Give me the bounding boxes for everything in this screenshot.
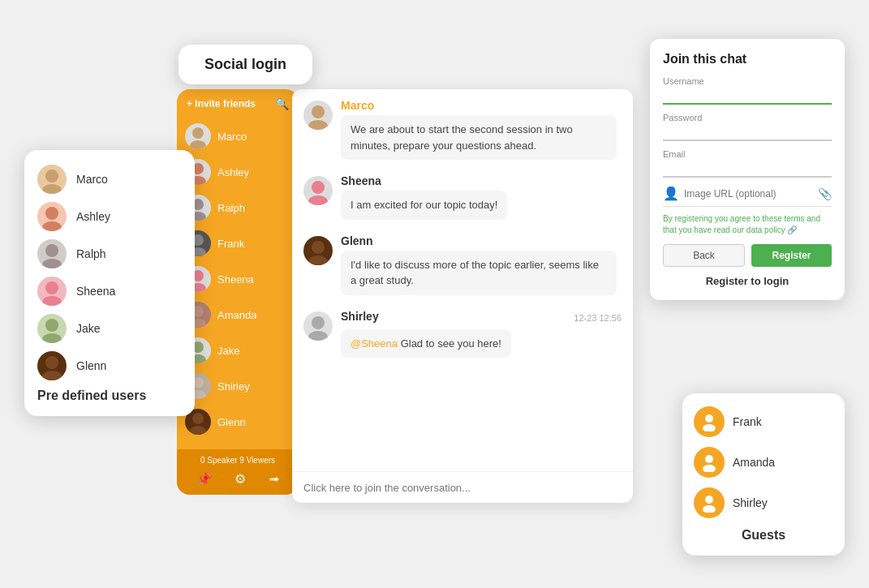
person-icon: 👤: [663, 186, 679, 201]
svg-point-8: [45, 319, 58, 332]
invite-friends-label[interactable]: + Invite friends: [187, 98, 256, 109]
sidebar-item-jake[interactable]: Jake: [177, 333, 299, 368]
settings-icon[interactable]: ⚙: [233, 470, 247, 488]
list-item[interactable]: Marco: [37, 165, 182, 194]
list-item[interactable]: Ashley: [37, 202, 182, 231]
avatar: [303, 101, 333, 130]
chat-input-area[interactable]: [292, 471, 633, 503]
chat-msg-text: I'd like to discuss more of the topic ea…: [341, 251, 617, 295]
chat-msg-text: @Sheena Glad to see you here!: [341, 329, 511, 358]
svg-point-29: [190, 426, 206, 435]
chat-message-header: Marco We are about to start the second s…: [303, 99, 622, 160]
list-item[interactable]: Sheena: [37, 277, 182, 306]
list-item[interactable]: Jake: [37, 314, 182, 343]
sidebar-item-sheena[interactable]: Sheena: [177, 261, 299, 297]
sidebar-item-ashley[interactable]: Ashley: [177, 154, 299, 190]
svg-point-28: [192, 413, 204, 424]
avatar: [303, 176, 333, 205]
avatar: [694, 406, 725, 437]
svg-point-40: [705, 455, 713, 463]
user-name: Marco: [76, 173, 108, 186]
social-login-label: Social login: [204, 56, 286, 72]
chat-message-shirley: Shirley 12-23 12:56 @Sheena Glad to see …: [303, 310, 622, 358]
guest-row-amanda[interactable]: Amanda: [694, 447, 833, 478]
avatar: [37, 239, 67, 268]
user-name-ralph: Ralph: [76, 247, 106, 260]
svg-point-3: [42, 221, 62, 231]
svg-point-42: [705, 496, 713, 504]
sidebar-user-name-ralph: Ralph: [217, 202, 245, 214]
register-link[interactable]: Register to login: [663, 275, 832, 287]
avatar: [37, 314, 67, 343]
sidebar: + Invite friends 🔍 Marco Ashley Ralph: [177, 89, 299, 495]
svg-point-39: [703, 424, 716, 431]
guests-title: Guests: [694, 528, 833, 543]
svg-point-13: [190, 140, 206, 149]
svg-point-4: [45, 244, 58, 257]
chat-message-glenn: Glenn I'd like to discuss more of the to…: [303, 234, 622, 295]
avatar: [37, 351, 67, 380]
password-label: Password: [663, 113, 832, 122]
svg-point-7: [42, 296, 62, 306]
search-icon[interactable]: 🔍: [275, 97, 289, 110]
chat-message-header: Glenn I'd like to discuss more of the to…: [303, 234, 622, 295]
chat-input[interactable]: [303, 482, 622, 494]
pin-icon[interactable]: 📌: [195, 470, 214, 488]
sidebar-user-name: Frank: [217, 238, 244, 250]
guest-row-frank[interactable]: Frank: [694, 406, 833, 437]
username-label: Username: [663, 76, 832, 86]
guest-row-shirley[interactable]: Shirley: [694, 487, 833, 518]
avatar: [37, 165, 67, 194]
svg-point-12: [192, 127, 204, 139]
register-button[interactable]: Register: [751, 244, 832, 267]
chat-msg-content: Shirley 12-23 12:56 @Sheena Glad to see …: [341, 310, 622, 358]
sidebar-user-name: Jake: [217, 345, 239, 357]
svg-point-10: [45, 356, 58, 369]
back-button[interactable]: Back: [663, 244, 745, 267]
sidebar-header: + Invite friends 🔍: [177, 89, 299, 118]
sidebar-item-glenn[interactable]: Glenn: [177, 404, 299, 440]
chat-msg-time: 12-23 12:56: [574, 313, 622, 323]
chat-msg-content: Glenn I'd like to discuss more of the to…: [341, 234, 617, 295]
user-name: Jake: [76, 322, 101, 335]
paperclip-icon: 📎: [818, 187, 832, 200]
username-input[interactable]: [663, 88, 832, 105]
sidebar-item-amanda[interactable]: Amanda: [177, 297, 299, 333]
guest-name: Shirley: [733, 496, 768, 509]
predefined-users-title: Pre defined users: [37, 388, 182, 403]
image-url-input[interactable]: [684, 188, 813, 200]
list-item[interactable]: Ralph: [37, 239, 182, 268]
svg-point-1: [42, 184, 62, 194]
sidebar-user-name: Ashley: [217, 166, 249, 178]
logout-icon[interactable]: ➟: [267, 470, 281, 488]
sidebar-user-name: Shirley: [217, 380, 250, 393]
join-chat-card: Join this chat Username Password Email 👤…: [650, 39, 845, 300]
chat-message-marco: Marco We are about to start the second s…: [303, 99, 622, 160]
avatar: [37, 202, 67, 231]
svg-point-34: [312, 241, 325, 254]
sidebar-item-ralph[interactable]: Ralph: [177, 190, 299, 225]
sidebar-user-name: Amanda: [217, 309, 256, 321]
avatar: [694, 447, 725, 478]
chat-message-sheena: Sheena I am excited for our topic today!: [303, 174, 622, 220]
chat-area: Marco We are about to start the second s…: [292, 89, 633, 503]
sidebar-item-frank[interactable]: Frank: [177, 225, 299, 261]
sidebar-item-shirley[interactable]: Shirley: [177, 368, 299, 404]
sidebar-item-marco[interactable]: Marco: [177, 118, 299, 154]
sidebar-users-list: Marco Ashley Ralph Frank: [177, 118, 299, 449]
password-input[interactable]: [663, 124, 832, 141]
svg-point-30: [312, 105, 325, 118]
chat-msg-author: Glenn: [341, 234, 617, 247]
avatar: [185, 123, 211, 149]
chat-msg-content: Marco We are about to start the second s…: [341, 99, 617, 160]
sidebar-footer-icons: 📌 ⚙ ➟: [185, 470, 290, 488]
guests-card: Frank Amanda Shirley Guests: [682, 393, 845, 556]
svg-point-9: [42, 333, 62, 343]
svg-point-32: [312, 181, 325, 194]
email-input[interactable]: [663, 161, 832, 178]
avatar: [303, 236, 333, 265]
list-item[interactable]: Glenn: [37, 351, 182, 380]
email-field: Email: [663, 149, 832, 178]
svg-point-5: [42, 259, 62, 268]
sidebar-user-name: Glenn: [217, 416, 246, 428]
